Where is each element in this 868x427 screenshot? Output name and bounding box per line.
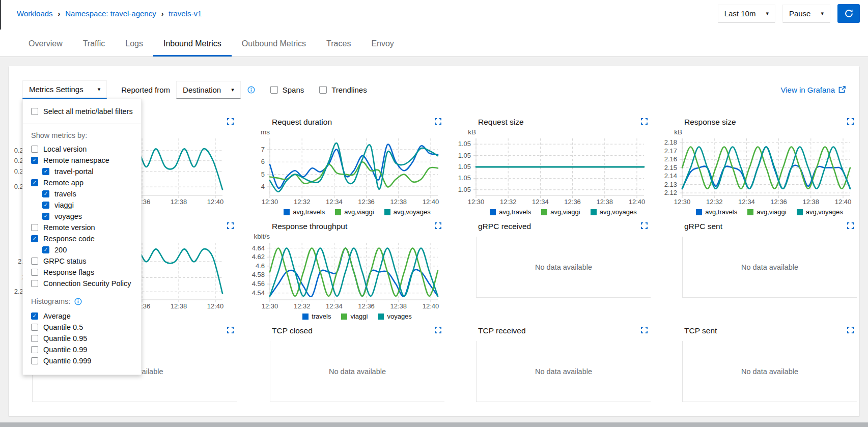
- x-tick-label: 12:40: [629, 198, 646, 206]
- checkbox[interactable]: [31, 324, 38, 331]
- spans-checkbox[interactable]: Spans: [270, 86, 304, 94]
- breadcrumb-workload-link[interactable]: travels-v1: [169, 9, 202, 18]
- info-icon[interactable]: [74, 298, 82, 305]
- menu-item-remote-app[interactable]: ✓Remote app: [23, 177, 141, 188]
- menu-item-response-flags[interactable]: Response flags: [23, 267, 141, 278]
- menu-item-remote-namespace[interactable]: ✓Remote namespace: [23, 155, 141, 166]
- expand-icon[interactable]: [435, 118, 441, 125]
- expand-icon[interactable]: [435, 327, 441, 333]
- checkbox[interactable]: ✓: [42, 202, 49, 209]
- legend-item-avg-viaggi[interactable]: avg,viaggi: [335, 208, 374, 216]
- legend-item-avg-voyages[interactable]: avg,voyages: [384, 208, 431, 216]
- expand-icon[interactable]: [847, 118, 854, 125]
- checkbox[interactable]: ✓: [31, 235, 38, 242]
- legend-item-voyages[interactable]: voyages: [378, 312, 411, 320]
- expand-icon[interactable]: [847, 327, 854, 333]
- checkbox[interactable]: ✓: [42, 168, 49, 175]
- checkbox[interactable]: [319, 86, 327, 94]
- tab-inbound-metrics[interactable]: Inbound Metrics: [153, 39, 232, 56]
- checkbox[interactable]: ✓: [31, 179, 38, 186]
- reported-from-select[interactable]: Destination ▾: [176, 81, 241, 99]
- checkbox[interactable]: ✓: [42, 246, 49, 253]
- tab-traces[interactable]: Traces: [316, 39, 361, 56]
- legend-item-avg-voyages[interactable]: avg,voyages: [591, 208, 637, 216]
- header-controls: Last 10m ▾ Pause ▾: [718, 4, 860, 23]
- checkbox[interactable]: [31, 335, 38, 342]
- x-tick-label: 12:36: [770, 198, 787, 206]
- breadcrumb-workloads-link[interactable]: Workloads: [17, 9, 53, 18]
- chart-header: Response throughput: [248, 221, 444, 233]
- x-axis-labels: 12:3012:3212:3412:3612:3812:40: [682, 198, 857, 207]
- legend-item-avg-travels[interactable]: avg,travels: [490, 208, 531, 216]
- breadcrumb-namespace-link[interactable]: Namespace: travel-agency: [65, 9, 156, 18]
- trendlines-checkbox[interactable]: Trendlines: [319, 86, 367, 94]
- menu-item-voyages[interactable]: ✓voyages: [23, 211, 141, 222]
- menu-item-average[interactable]: ✓Average: [23, 310, 141, 322]
- menu-item-response-code[interactable]: ✓Response code: [23, 233, 141, 244]
- checkbox[interactable]: [31, 346, 38, 353]
- checkbox[interactable]: ✓: [42, 190, 49, 197]
- expand-icon[interactable]: [641, 327, 648, 333]
- checkbox[interactable]: [31, 146, 38, 153]
- legend-item-travels[interactable]: travels: [302, 312, 331, 320]
- checkbox[interactable]: [31, 108, 38, 115]
- menu-item-quantile-0-95[interactable]: Quantile 0.95: [23, 333, 141, 344]
- menu-item-travel-portal[interactable]: ✓travel-portal: [23, 166, 141, 177]
- time-range-select[interactable]: Last 10m ▾: [718, 5, 775, 22]
- menu-item-remote-version[interactable]: Remote version: [23, 222, 141, 233]
- expand-icon[interactable]: [641, 222, 648, 229]
- checkbox[interactable]: [31, 224, 38, 231]
- menu-item-select-all[interactable]: Select all metric/label filters: [23, 105, 141, 118]
- y-axis-unit: kB: [661, 128, 682, 137]
- plot-area: 4.644.624.64.584.564.54: [248, 243, 444, 300]
- x-tick-label: 12:38: [171, 198, 187, 206]
- expand-icon[interactable]: [847, 222, 854, 229]
- tab-traffic[interactable]: Traffic: [73, 39, 116, 56]
- menu-item-label: 200: [54, 246, 67, 254]
- chevron-right-icon: ›: [161, 10, 164, 18]
- menu-item-200[interactable]: ✓200: [23, 244, 141, 255]
- checkbox[interactable]: ✓: [42, 213, 49, 220]
- legend-label: viaggi: [350, 312, 368, 320]
- expand-icon[interactable]: [435, 222, 441, 229]
- no-data-label: No data available: [329, 367, 386, 376]
- menu-item-grpc-status[interactable]: GRPC status: [23, 255, 141, 267]
- checkbox[interactable]: ✓: [31, 312, 38, 320]
- tab-overview[interactable]: Overview: [18, 39, 73, 56]
- view-in-grafana-link[interactable]: View in Grafana: [781, 86, 846, 94]
- refresh-interval-select[interactable]: Pause ▾: [782, 5, 830, 22]
- menu-item-local-version[interactable]: Local version: [23, 144, 141, 155]
- horizontal-scrollbar[interactable]: [0, 422, 868, 427]
- menu-item-quantile-0-999[interactable]: Quantile 0.999: [23, 355, 141, 366]
- checkbox[interactable]: [31, 258, 38, 265]
- expand-icon[interactable]: [227, 327, 234, 333]
- legend-item-avg-viaggi[interactable]: avg,viaggi: [747, 208, 787, 216]
- tab-logs[interactable]: Logs: [115, 39, 153, 56]
- expand-icon[interactable]: [641, 118, 648, 125]
- menu-item-quantile-0-99[interactable]: Quantile 0.99: [23, 344, 141, 355]
- checkbox[interactable]: [270, 86, 278, 94]
- menu-item-connection-security-policy[interactable]: Connection Security Policy: [23, 278, 141, 289]
- expand-icon[interactable]: [227, 222, 234, 229]
- checkbox[interactable]: [31, 269, 38, 276]
- tab-envoy[interactable]: Envoy: [361, 39, 404, 56]
- menu-item-travels[interactable]: ✓travels: [23, 188, 141, 200]
- legend-label: avg,travels: [499, 208, 531, 216]
- legend-item-avg-travels[interactable]: avg,travels: [696, 208, 737, 216]
- metrics-settings-select[interactable]: Metrics Settings ▾: [22, 80, 107, 99]
- menu-item-quantile-0-5[interactable]: Quantile 0.5: [23, 322, 141, 333]
- trendlines-label: Trendlines: [331, 86, 367, 94]
- refresh-button[interactable]: [837, 4, 860, 23]
- legend-item-avg-voyages[interactable]: avg,voyages: [797, 208, 843, 216]
- info-icon[interactable]: [247, 86, 255, 94]
- legend-item-avg-viaggi[interactable]: avg,viaggi: [541, 208, 580, 216]
- checkbox[interactable]: [31, 357, 38, 364]
- legend-item-viaggi[interactable]: viaggi: [341, 312, 368, 320]
- menu-item-viaggi[interactable]: ✓viaggi: [23, 200, 141, 211]
- checkbox[interactable]: ✓: [31, 157, 38, 164]
- legend-item-avg-travels[interactable]: avg,travels: [284, 208, 325, 216]
- tab-outbound-metrics[interactable]: Outbound Metrics: [232, 39, 316, 56]
- checkbox[interactable]: [31, 280, 38, 287]
- expand-icon[interactable]: [227, 118, 234, 125]
- menu-section-heading: Show metrics by:: [23, 130, 141, 144]
